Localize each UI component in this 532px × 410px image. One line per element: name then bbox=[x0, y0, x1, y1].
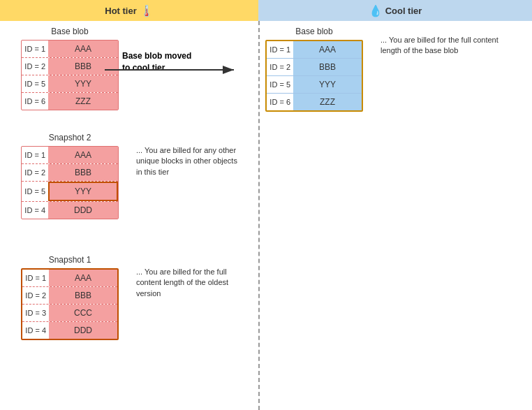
hot-tier-header: Hot tier 🌡️ bbox=[0, 0, 258, 21]
cool-tier-icon: 💧 bbox=[369, 4, 383, 17]
cool-tier-label: Cool tier bbox=[385, 6, 422, 16]
row-id: ID = 2 bbox=[22, 59, 48, 73]
table-row: ID = 6 ZZZ bbox=[22, 93, 118, 110]
row-cell-highlighted: YYY bbox=[48, 182, 118, 201]
row-cell: DDD bbox=[49, 322, 117, 339]
row-cell: BBB bbox=[49, 287, 117, 304]
hot-base-blob-title: Base blob bbox=[21, 27, 119, 36]
cool-base-blob-title: Base blob bbox=[265, 27, 363, 36]
row-id: ID = 6 bbox=[267, 95, 293, 109]
snapshot2-table: ID = 1 AAA ID = 2 BBB ID = 5 YYY ID = 4 … bbox=[21, 146, 119, 219]
dots-annotation2: ... bbox=[136, 146, 145, 154]
hot-tier-label: Hot tier bbox=[105, 6, 137, 16]
row-cell: YYY bbox=[293, 76, 362, 93]
snap1-annotation-text: ... You are billed for the full content … bbox=[136, 268, 228, 298]
table-row: ID = 5 YYY bbox=[267, 76, 362, 94]
table-row: ID = 4 DDD bbox=[22, 322, 117, 339]
row-id: ID = 2 bbox=[267, 60, 293, 74]
row-id: ID = 4 bbox=[22, 323, 49, 337]
hot-base-blob-table: ID = 1 AAA ID = 2 BBB ID = 5 YYY ID = 6 … bbox=[21, 40, 119, 110]
table-row: ID = 1 AAA bbox=[22, 41, 118, 58]
row-id: ID = 1 bbox=[22, 271, 49, 285]
row-id: ID = 5 bbox=[267, 78, 293, 91]
cool-annotation-text: ... You are billed for the full content … bbox=[380, 36, 498, 54]
row-id: ID = 5 bbox=[22, 77, 48, 91]
snapshot2-section: Snapshot 2 ID = 1 AAA ID = 2 BBB ID = 5 … bbox=[21, 133, 119, 219]
row-cell: AAA bbox=[48, 41, 118, 57]
hot-tier-icon: 🌡️ bbox=[140, 4, 154, 17]
snapshot1-annotation: ... You are billed for the full content … bbox=[136, 267, 248, 299]
table-row: ID = 4 DDD bbox=[22, 202, 118, 219]
table-row: ID = 2 BBB bbox=[22, 58, 118, 75]
table-row: ID = 5 YYY bbox=[22, 75, 118, 93]
snapshot2-annotation-text: You are billed for any other unique bloc… bbox=[136, 146, 237, 176]
table-row: ID = 2 BBB bbox=[267, 59, 362, 76]
move-arrow bbox=[105, 59, 244, 80]
row-cell: BBB bbox=[48, 164, 118, 181]
row-cell: AAA bbox=[49, 270, 117, 286]
row-id: ID = 2 bbox=[22, 288, 49, 302]
cool-blob-annotation: ... You are billed for the full content … bbox=[380, 35, 499, 57]
row-id: ID = 1 bbox=[267, 43, 293, 57]
snapshot2-annotation: ... You are billed for any other unique … bbox=[136, 145, 244, 177]
row-id: ID = 1 bbox=[22, 148, 48, 162]
row-id: ID = 3 bbox=[22, 306, 49, 320]
row-id: ID = 6 bbox=[22, 94, 48, 108]
row-id: ID = 4 bbox=[22, 203, 48, 217]
row-id: ID = 5 bbox=[22, 184, 48, 198]
table-row: ID = 5 YYY bbox=[22, 182, 118, 202]
cool-base-blob-section: Base blob ID = 1 AAA ID = 2 BBB ID = 5 Y… bbox=[265, 27, 363, 112]
row-id: ID = 1 bbox=[22, 42, 48, 56]
main-content: Base blob ID = 1 AAA ID = 2 BBB ID = 5 Y… bbox=[0, 21, 532, 410]
table-row: ID = 1 AAA bbox=[22, 270, 117, 287]
tier-divider bbox=[258, 21, 260, 410]
row-cell: ZZZ bbox=[293, 94, 362, 110]
cool-base-blob-table: ID = 1 AAA ID = 2 BBB ID = 5 YYY ID = 6 … bbox=[265, 40, 363, 112]
table-row: ID = 2 BBB bbox=[22, 287, 117, 305]
table-row: ID = 6 ZZZ bbox=[267, 94, 362, 110]
snapshot1-table: ID = 1 AAA ID = 2 BBB ID = 3 CCC ID = 4 … bbox=[21, 268, 119, 340]
snapshot1-section: Snapshot 1 ID = 1 AAA ID = 2 BBB ID = 3 … bbox=[21, 255, 119, 340]
cool-side: Base blob ID = 1 AAA ID = 2 BBB ID = 5 Y… bbox=[258, 21, 532, 410]
row-cell: AAA bbox=[293, 41, 362, 58]
row-cell: DDD bbox=[48, 202, 118, 219]
row-cell: BBB bbox=[293, 59, 362, 75]
table-row: ID = 1 AAA bbox=[267, 41, 362, 59]
row-id: ID = 2 bbox=[22, 166, 48, 180]
hot-side: Base blob ID = 1 AAA ID = 2 BBB ID = 5 Y… bbox=[0, 21, 258, 410]
hot-base-blob-section: Base blob ID = 1 AAA ID = 2 BBB ID = 5 Y… bbox=[21, 27, 119, 110]
row-cell: AAA bbox=[48, 147, 118, 163]
row-cell: ZZZ bbox=[48, 93, 118, 110]
cool-tier-header: 💧 Cool tier bbox=[258, 0, 532, 21]
snapshot1-title: Snapshot 1 bbox=[21, 255, 119, 265]
table-row: ID = 1 AAA bbox=[22, 147, 118, 164]
table-row: ID = 2 BBB bbox=[22, 164, 118, 182]
table-row: ID = 3 CCC bbox=[22, 305, 117, 322]
snapshot2-title: Snapshot 2 bbox=[21, 133, 119, 142]
row-cell: CCC bbox=[49, 305, 117, 321]
